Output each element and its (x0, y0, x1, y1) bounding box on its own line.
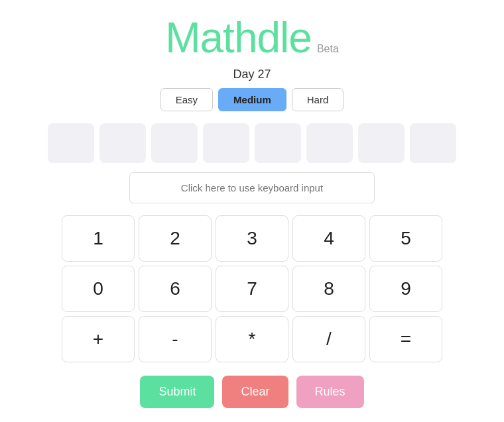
numpad-row-1: 1 2 3 4 5 (62, 215, 442, 262)
keyboard-input[interactable] (129, 172, 375, 203)
numpad-6[interactable]: 6 (139, 266, 212, 312)
numpad-0[interactable]: 0 (62, 266, 135, 312)
numpad: 1 2 3 4 5 0 6 7 8 9 + - * / = (62, 215, 442, 362)
difficulty-easy[interactable]: Easy (160, 88, 213, 111)
difficulty-buttons: Easy Medium Hard (160, 88, 344, 111)
beta-label: Beta (317, 43, 339, 55)
numpad-equals[interactable]: = (369, 316, 442, 362)
day-label: Day 27 (233, 68, 271, 81)
numpad-plus[interactable]: + (62, 316, 135, 362)
numpad-divide[interactable]: / (292, 316, 365, 362)
input-cell-1 (48, 123, 94, 163)
input-cell-4 (203, 123, 249, 163)
input-cell-8 (410, 123, 456, 163)
numpad-9[interactable]: 9 (369, 266, 442, 312)
input-cell-6 (306, 123, 353, 163)
numpad-2[interactable]: 2 (139, 215, 212, 262)
input-cell-2 (99, 123, 146, 163)
input-cell-3 (151, 123, 198, 163)
clear-button[interactable]: Clear (222, 376, 288, 408)
input-cell-5 (255, 123, 301, 163)
numpad-4[interactable]: 4 (292, 215, 365, 262)
numpad-row-3: + - * / = (62, 316, 442, 362)
rules-button[interactable]: Rules (296, 376, 364, 408)
numpad-7[interactable]: 7 (216, 266, 288, 312)
app-title: Mathdle (165, 13, 312, 62)
app-container: Mathdle Beta Day 27 Easy Medium Hard 1 2… (0, 0, 504, 421)
numpad-3[interactable]: 3 (216, 215, 288, 262)
numpad-1[interactable]: 1 (62, 215, 135, 262)
input-cell-7 (358, 123, 405, 163)
numpad-5[interactable]: 5 (369, 215, 442, 262)
numpad-minus[interactable]: - (139, 316, 212, 362)
numpad-row-2: 0 6 7 8 9 (62, 266, 442, 312)
action-buttons: Submit Clear Rules (140, 376, 363, 408)
submit-button[interactable]: Submit (140, 376, 214, 408)
input-cells (48, 123, 456, 163)
difficulty-hard[interactable]: Hard (292, 88, 344, 111)
difficulty-medium[interactable]: Medium (218, 88, 286, 111)
header: Mathdle Beta (165, 13, 339, 62)
numpad-multiply[interactable]: * (216, 316, 288, 362)
numpad-8[interactable]: 8 (292, 266, 365, 312)
